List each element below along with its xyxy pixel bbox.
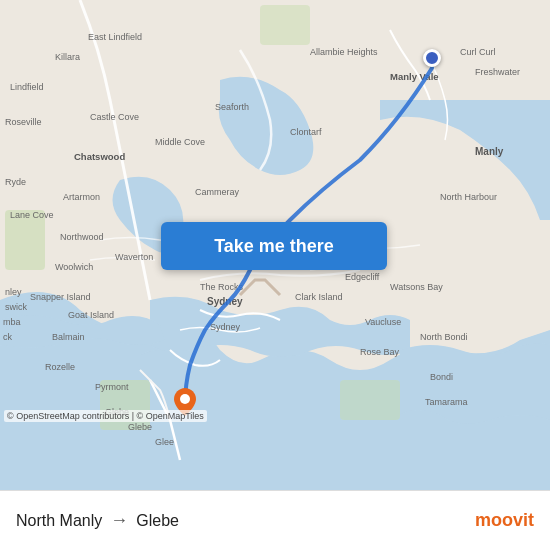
svg-text:Allambie Heights: Allambie Heights <box>310 47 378 57</box>
svg-text:Lane Cove: Lane Cove <box>10 210 54 220</box>
svg-text:Waverton: Waverton <box>115 252 153 262</box>
svg-text:Balmain: Balmain <box>52 332 85 342</box>
svg-text:Bondi: Bondi <box>430 372 453 382</box>
svg-text:Edgecliff: Edgecliff <box>345 272 380 282</box>
svg-text:Sydney: Sydney <box>210 322 241 332</box>
svg-text:Tamarama: Tamarama <box>425 397 468 407</box>
svg-text:Northwood: Northwood <box>60 232 104 242</box>
to-label: Glebe <box>136 512 179 530</box>
svg-text:Clontarf: Clontarf <box>290 127 322 137</box>
svg-point-50 <box>180 394 190 404</box>
svg-text:nley: nley <box>5 287 22 297</box>
svg-text:mba: mba <box>3 317 21 327</box>
svg-text:Seaforth: Seaforth <box>215 102 249 112</box>
svg-rect-3 <box>340 380 400 420</box>
svg-text:Artarmon: Artarmon <box>63 192 100 202</box>
map-attribution: © OpenStreetMap contributors | © OpenMap… <box>4 410 207 422</box>
svg-text:Freshwater: Freshwater <box>475 67 520 77</box>
route-info: North Manly → Glebe <box>16 510 179 531</box>
svg-text:Manly: Manly <box>475 146 504 157</box>
take-me-there-button[interactable]: Take me there <box>161 222 387 270</box>
svg-text:Watsons Bay: Watsons Bay <box>390 282 443 292</box>
svg-text:Clark Island: Clark Island <box>295 292 343 302</box>
moovit-brand-text: moovit <box>475 510 534 531</box>
svg-text:Glee: Glee <box>155 437 174 447</box>
svg-text:Killara: Killara <box>55 52 80 62</box>
footer-bar: North Manly → Glebe moovit <box>0 490 550 550</box>
svg-text:Glebe: Glebe <box>128 422 152 432</box>
svg-text:Rose Bay: Rose Bay <box>360 347 400 357</box>
from-label: North Manly <box>16 512 102 530</box>
svg-text:Chatswood: Chatswood <box>74 151 125 162</box>
svg-text:Pyrmont: Pyrmont <box>95 382 129 392</box>
svg-text:Woolwich: Woolwich <box>55 262 93 272</box>
svg-text:Curl Curl: Curl Curl <box>460 47 496 57</box>
svg-text:Ryde: Ryde <box>5 177 26 187</box>
svg-text:ck: ck <box>3 332 13 342</box>
take-me-there-label: Take me there <box>214 236 334 257</box>
svg-text:swick: swick <box>5 302 27 312</box>
svg-text:Castle Cove: Castle Cove <box>90 112 139 122</box>
route-arrow-icon: → <box>110 510 128 531</box>
map-container: Killara East Lindfield Lindfield Rosevil… <box>0 0 550 490</box>
svg-text:North Bondi: North Bondi <box>420 332 468 342</box>
svg-text:Goat Island: Goat Island <box>68 310 114 320</box>
origin-pin <box>423 49 441 67</box>
svg-text:Snapper Island: Snapper Island <box>30 292 91 302</box>
moovit-logo: moovit <box>475 510 534 531</box>
svg-text:East Lindfield: East Lindfield <box>88 32 142 42</box>
svg-rect-2 <box>260 5 310 45</box>
svg-text:Vaucluse: Vaucluse <box>365 317 401 327</box>
svg-text:Middle Cove: Middle Cove <box>155 137 205 147</box>
svg-text:North Harbour: North Harbour <box>440 192 497 202</box>
svg-text:Lindfield: Lindfield <box>10 82 44 92</box>
svg-text:Rozelle: Rozelle <box>45 362 75 372</box>
svg-text:Cammeray: Cammeray <box>195 187 240 197</box>
svg-text:Roseville: Roseville <box>5 117 42 127</box>
